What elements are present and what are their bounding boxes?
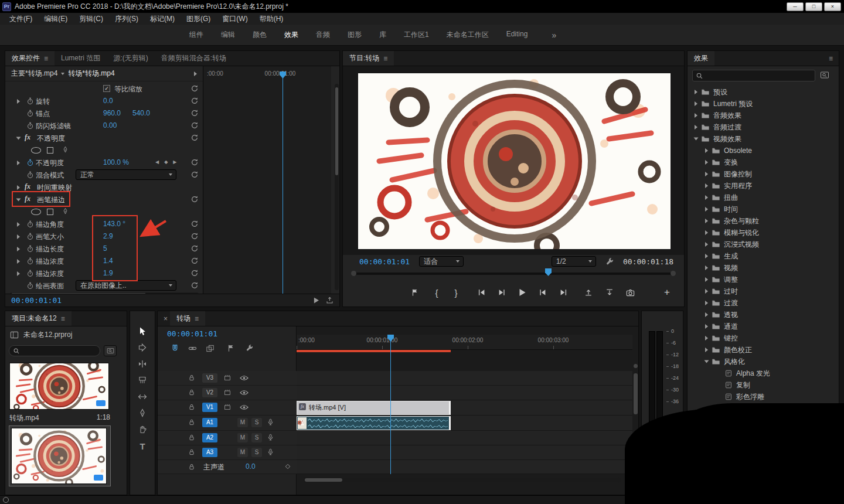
lock-icon[interactable] (188, 403, 195, 411)
effects-tree-item[interactable]: 复制 (688, 379, 839, 391)
add-marker-button[interactable] (406, 284, 424, 301)
checkbox-checked-icon[interactable]: ✓ (103, 85, 110, 92)
new-custom-bin-icon[interactable] (820, 70, 829, 80)
chevron-icon[interactable] (705, 172, 708, 176)
go-to-out-button[interactable] (554, 284, 572, 301)
effects-tree-item[interactable]: 杂色与颗粒 (688, 215, 839, 227)
clip-name[interactable]: 转场.mp4 (9, 413, 39, 423)
add-marker-icon[interactable] (227, 344, 235, 352)
chevron-right-icon[interactable] (17, 234, 20, 239)
chevron-right-icon[interactable] (17, 222, 20, 227)
chevron-icon[interactable] (705, 148, 708, 153)
track-target-a3[interactable]: A3 (202, 448, 217, 457)
chevron-right-icon[interactable] (17, 259, 20, 264)
chevron-icon[interactable] (695, 125, 697, 130)
chevron-icon[interactable] (705, 336, 708, 340)
tab-lumetri-scopes[interactable]: Lumetri 范围 (55, 51, 107, 66)
chevron-right-icon[interactable] (17, 161, 20, 165)
ec-vertical-scrollbar[interactable] (335, 84, 339, 290)
chevron-icon[interactable] (705, 348, 708, 352)
stopwatch-icon[interactable] (26, 171, 34, 179)
settings-wrench-icon[interactable] (605, 257, 614, 266)
master-clip-name[interactable]: 主要*转场.mp4 (11, 69, 57, 79)
slip-tool[interactable] (135, 390, 150, 404)
rect-mask-icon[interactable] (47, 209, 53, 215)
effects-tree-item[interactable]: 变换 (688, 156, 839, 168)
menu-item[interactable]: 序列(S) (109, 14, 144, 24)
play-button[interactable] (513, 284, 531, 301)
chevron-icon[interactable] (695, 90, 697, 94)
lift-button[interactable] (580, 284, 597, 301)
chevron-icon[interactable] (705, 312, 708, 317)
snap-magnet-icon[interactable] (171, 344, 179, 353)
chevron-icon[interactable] (695, 101, 697, 106)
mute-button[interactable]: M (237, 418, 248, 427)
chevron-icon[interactable] (695, 113, 697, 118)
voiceover-record-icon[interactable] (267, 418, 274, 427)
tab-audio-clip-mixer[interactable]: 音频剪辑混合器:转场 (155, 51, 233, 66)
lock-icon[interactable] (188, 389, 195, 396)
rect-mask-icon[interactable] (47, 147, 53, 154)
lock-icon[interactable] (188, 448, 195, 456)
workspace-tab[interactable]: 工作区1 (395, 28, 438, 42)
ec-mini-timeline[interactable]: :00:00 00:00:01:00 (203, 66, 331, 294)
panel-menu-icon[interactable]: ≡ (383, 55, 387, 63)
ec-playhead[interactable] (280, 71, 286, 79)
lock-icon[interactable] (188, 434, 195, 441)
lock-icon[interactable] (188, 463, 195, 471)
chevron-right-icon[interactable] (17, 185, 20, 190)
panel-menu-icon[interactable]: ≡ (61, 315, 65, 323)
effects-tree-item[interactable]: Obsolete (688, 145, 839, 156)
effects-tree-item[interactable]: 过时 (688, 285, 839, 297)
track-target-a2[interactable]: A2 (202, 433, 217, 442)
title-bar[interactable]: Pr Adobe Premiere Pro CC 2018 - D:\我的文档\… (0, 0, 844, 13)
effects-tree-item[interactable]: 视频 (688, 262, 839, 274)
lock-icon[interactable] (188, 374, 195, 382)
sync-lock-icon[interactable] (223, 389, 232, 396)
effects-tree-item[interactable]: 沉浸式视频 (688, 239, 839, 250)
tab-project[interactable]: 项目:未命名12 ≡ (5, 311, 72, 326)
project-file-row[interactable]: 未命名12.prproj (10, 330, 72, 340)
reset-icon[interactable] (190, 257, 199, 265)
reset-icon[interactable] (190, 134, 199, 142)
chevron-icon[interactable] (705, 301, 708, 305)
effects-tree-item[interactable]: 图像控制 (688, 168, 839, 180)
project-search-box[interactable] (9, 345, 100, 356)
close-tab-icon[interactable]: × (158, 311, 170, 326)
hand-tool[interactable] (135, 423, 150, 437)
effects-tree-item[interactable]: 扭曲 (688, 192, 839, 203)
track-target-v1[interactable]: V1 (202, 403, 217, 412)
timeline-timecode[interactable]: 00:00:01:01 (167, 329, 217, 338)
effects-tree-item[interactable]: 生成 (688, 250, 839, 262)
reset-icon[interactable] (190, 84, 199, 93)
export-icon[interactable] (326, 297, 333, 304)
pen-mask-icon[interactable] (62, 146, 69, 154)
track-target-v3[interactable]: V3 (202, 373, 217, 383)
step-back-button[interactable] (493, 284, 511, 301)
go-to-in-button[interactable] (473, 284, 491, 301)
workspace-tab[interactable]: 编辑 (212, 28, 244, 42)
pen-tool[interactable] (135, 406, 150, 420)
next-keyframe-icon[interactable]: ▶ (173, 159, 176, 165)
workspace-tab[interactable]: 未命名工作区 (438, 28, 498, 42)
workspace-tab[interactable]: 音频 (307, 28, 339, 42)
chevron-icon[interactable] (705, 160, 708, 165)
solo-button[interactable]: S (251, 433, 262, 442)
lock-icon[interactable] (188, 418, 195, 426)
chevron-down-icon[interactable] (16, 137, 21, 140)
zoom-level-dropdown[interactable]: 适合 (419, 256, 464, 267)
chevron-icon[interactable] (705, 230, 708, 235)
panel-menu-icon[interactable]: ≡ (44, 55, 48, 63)
paint-surface-dropdown[interactable]: 在原始图像上.. (76, 280, 176, 291)
effects-tree-item[interactable]: 实用程序 (688, 180, 839, 192)
workspace-overflow-icon[interactable]: » (552, 30, 556, 40)
solo-button[interactable]: S (251, 448, 262, 457)
chevron-icon[interactable] (705, 195, 708, 200)
sync-lock-icon[interactable] (223, 403, 232, 411)
chevron-icon[interactable] (705, 360, 709, 363)
audio-clip[interactable] (297, 416, 451, 430)
reset-icon[interactable] (190, 109, 199, 117)
chevron-icon[interactable] (705, 324, 708, 329)
menu-item[interactable]: 标记(M) (144, 14, 181, 24)
step-forward-button[interactable] (534, 284, 552, 301)
